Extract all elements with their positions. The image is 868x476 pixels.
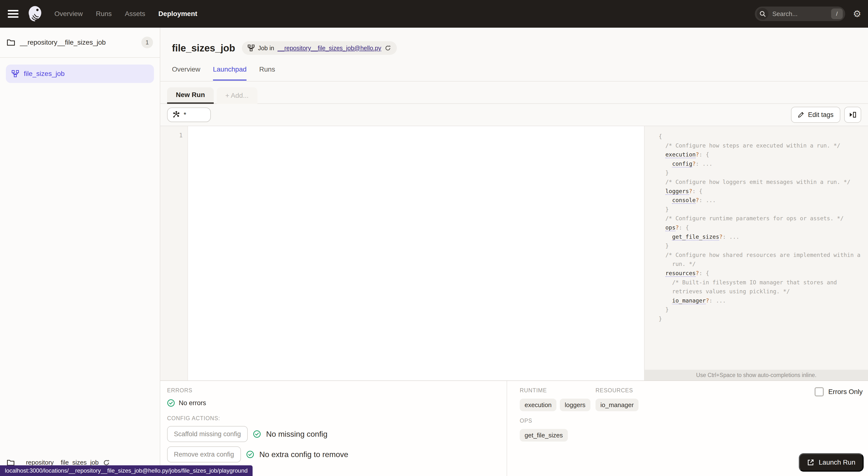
resources-tags: io_manager — [595, 399, 639, 411]
search-shortcut-badge: / — [831, 8, 843, 19]
autocomplete-hint: Use Ctrl+Space to show auto-completions … — [645, 370, 868, 380]
top-nav-links: Overview Runs Assets Deployment — [54, 10, 197, 18]
job-graph-icon — [12, 70, 19, 77]
ops-tags: get_file_sizes — [520, 429, 863, 442]
launch-run-button[interactable]: Launch Run — [799, 453, 864, 472]
edit-tags-button[interactable]: Edit tags — [791, 107, 840, 123]
check-circle-icon — [167, 399, 175, 407]
tag-io-manager: io_manager — [595, 399, 639, 411]
job-header: file_sizes_job Job in __repository__file… — [160, 28, 868, 81]
editor-gutter: 1 — [160, 126, 188, 380]
tag-get-file-sizes: get_file_sizes — [520, 429, 568, 442]
tab-runs[interactable]: Runs — [259, 66, 275, 80]
nav-item-overview[interactable]: Overview — [54, 10, 83, 18]
config-schema-line: execution?: { — [659, 150, 864, 159]
job-graph-icon — [248, 45, 254, 52]
errors-only-label: Errors Only — [828, 388, 863, 396]
errors-only-checkbox[interactable] — [814, 387, 824, 397]
reload-icon[interactable] — [103, 459, 110, 466]
no-missing-config-text: No missing config — [266, 430, 328, 439]
hamburger-menu-icon[interactable] — [8, 10, 19, 18]
folder-icon — [7, 39, 15, 46]
nav-item-runs[interactable]: Runs — [96, 10, 112, 18]
expand-panel-button[interactable] — [844, 107, 861, 123]
config-schema-line: } — [659, 305, 864, 314]
config-schema-line: } — [659, 168, 864, 178]
run-summary-panel: RUNTIME execution loggers RESOURCES io_m… — [507, 381, 868, 476]
config-schema-line: /* Configure how steps are executed with… — [659, 141, 864, 150]
runtime-tags: execution loggers — [520, 399, 595, 411]
config-editor[interactable] — [188, 126, 644, 380]
job-origin-link[interactable]: __repository__file_sizes_job@hello.py — [278, 45, 381, 52]
edit-tags-label: Edit tags — [808, 111, 834, 118]
sidebar-job-count-badge: 1 — [141, 37, 153, 48]
config-schema-line: /* Configure how loggers emit messages w… — [659, 178, 864, 187]
dagster-logo-icon[interactable] — [25, 4, 45, 24]
reload-icon[interactable] — [385, 45, 391, 51]
launchpad-toolbar: * Edit tags — [160, 104, 868, 126]
job-origin-prefix: Job in — [258, 45, 274, 52]
launch-run-label: Launch Run — [819, 458, 856, 466]
config-workspace: 1 { /* Configure how steps are executed … — [160, 126, 868, 380]
launchpad-session-tabs: New Run + Add... — [160, 81, 868, 104]
op-selector-input[interactable]: * — [167, 107, 211, 122]
sidebar: __repository__file_sizes_job 1 file_size… — [0, 28, 160, 476]
page-title: file_sizes_job — [172, 43, 235, 54]
gear-icon[interactable]: ⚙ — [853, 9, 861, 19]
sidebar-repository-name: __repository__file_sizes_job — [20, 39, 106, 46]
config-schema-line: } — [659, 205, 864, 214]
search-icon — [757, 8, 768, 20]
sidebar-item-label: file_sizes_job — [24, 70, 65, 78]
remove-extra-config-button[interactable]: Remove extra config — [167, 446, 241, 463]
config-schema-line: { — [659, 132, 864, 141]
config-schema-line: io_manager?: ... — [659, 296, 864, 305]
tab-overview[interactable]: Overview — [172, 66, 200, 80]
errors-only-toggle[interactable]: Errors Only — [814, 387, 863, 397]
app-window: Overview Runs Assets Deployment Search..… — [0, 0, 868, 476]
op-selector-value: * — [184, 111, 186, 118]
main-content: file_sizes_job Job in __repository__file… — [160, 28, 868, 476]
config-schema-panel: { /* Configure how steps are executed wi… — [644, 126, 868, 380]
resources-section-label: RESOURCES — [595, 387, 639, 394]
config-schema-line: ops?: { — [659, 223, 864, 232]
tag-execution: execution — [520, 399, 556, 411]
editor-line-number: 1 — [179, 132, 183, 139]
nav-item-assets[interactable]: Assets — [125, 10, 145, 18]
nav-item-deployment[interactable]: Deployment — [158, 10, 197, 18]
search-input[interactable]: Search... / — [755, 6, 845, 21]
search-placeholder: Search... — [772, 10, 798, 18]
errors-panel: ERRORS No errors CONFIG ACTIONS: Scaffol… — [160, 381, 507, 476]
config-schema-line: get_file_sizes?: ... — [659, 232, 864, 242]
bottom-panels: ERRORS No errors CONFIG ACTIONS: Scaffol… — [160, 380, 868, 476]
link-status-bar: localhost:3000/locations/__repository__f… — [0, 465, 253, 476]
config-schema-line: retrieves values using pickling. */ — [659, 287, 864, 296]
session-tab-new-run[interactable]: New Run — [167, 87, 214, 104]
runtime-section-label: RUNTIME — [520, 387, 595, 394]
job-origin-pill: Job in __repository__file_sizes_job@hell… — [242, 41, 397, 55]
no-errors-text: No errors — [179, 399, 206, 407]
launch-icon — [807, 459, 814, 466]
sidebar-repository-row[interactable]: __repository__file_sizes_job 1 — [0, 28, 160, 58]
config-schema-code[interactable]: { /* Configure how steps are executed wi… — [645, 126, 868, 370]
config-schema-line: console?: ... — [659, 196, 864, 205]
tab-launchpad[interactable]: Launchpad — [213, 66, 247, 80]
config-schema-line: loggers?: { — [659, 187, 864, 196]
config-schema-line: } — [659, 241, 864, 250]
op-selector-icon — [173, 111, 180, 118]
config-schema-line: /* Configure runtime parameters for ops … — [659, 214, 864, 223]
pencil-icon — [798, 112, 804, 118]
play-panel-icon — [849, 112, 856, 118]
top-navbar: Overview Runs Assets Deployment Search..… — [0, 0, 868, 28]
tag-loggers: loggers — [560, 399, 590, 411]
errors-section-label: ERRORS — [167, 387, 500, 394]
sidebar-item-file-sizes-job[interactable]: file_sizes_job — [6, 65, 154, 83]
session-tab-add[interactable]: + Add... — [217, 87, 257, 104]
config-schema-line: resources?: { — [659, 269, 864, 278]
check-circle-icon — [246, 450, 254, 458]
scaffold-missing-config-button[interactable]: Scaffold missing config — [167, 426, 248, 442]
config-schema-line: config?: ... — [659, 159, 864, 169]
config-schema-line: /* Built-in filesystem IO manager that s… — [659, 278, 864, 287]
config-schema-line: run. */ — [659, 260, 864, 269]
job-tabs: Overview Launchpad Runs — [172, 66, 856, 80]
ops-section-label: OPS — [520, 417, 863, 424]
